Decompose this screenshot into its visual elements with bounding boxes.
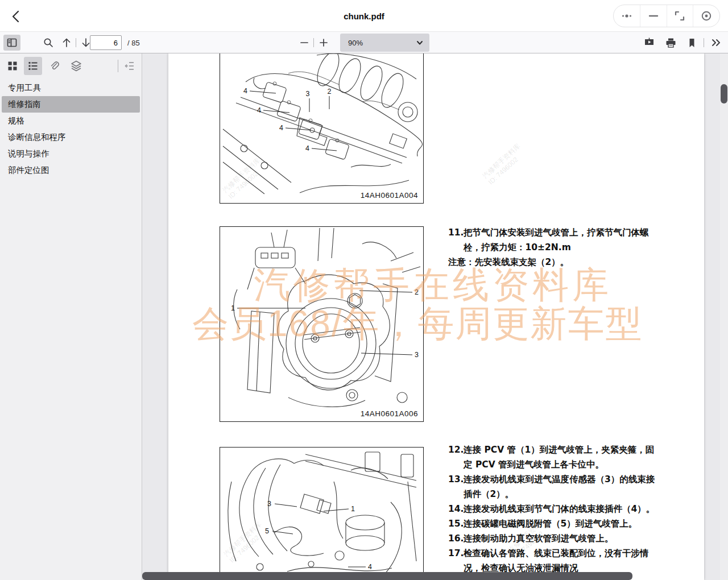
- find-button[interactable]: [40, 35, 57, 51]
- sidebar-toggle-icon: [6, 37, 18, 48]
- thumbnails-icon: [7, 60, 18, 72]
- zoom-level-value: 90%: [348, 39, 416, 47]
- layers-view-button[interactable]: [67, 57, 85, 75]
- minimize-icon: [647, 10, 660, 22]
- figure-code: 14AH0601A006: [361, 409, 418, 418]
- printer-icon: [665, 37, 677, 49]
- more-options-button[interactable]: [614, 5, 640, 27]
- toolbar-separator: [76, 38, 76, 47]
- bookmark-button[interactable]: [683, 35, 700, 51]
- thumbnails-view-button[interactable]: [3, 57, 22, 75]
- step-text: 把节气门体安装到进气歧管上，拧紧节气门体螺栓，拧紧力矩：10±2N.m: [464, 227, 649, 252]
- current-outline-item-icon: [124, 60, 135, 72]
- step-number: 13.: [448, 472, 464, 487]
- figure-intake-manifold: 3 5 1 4: [220, 447, 424, 580]
- search-icon: [43, 37, 54, 48]
- sidebar-item-component-location[interactable]: 部件定位图: [2, 162, 140, 179]
- zoom-in-button[interactable]: [315, 35, 332, 51]
- toggle-sidebar-button[interactable]: [3, 35, 20, 51]
- pdf-toolbar: / 85 90%: [0, 32, 728, 53]
- step-number: 14.: [448, 502, 464, 516]
- sidebar-item-specifications[interactable]: 规格: [2, 113, 140, 129]
- callout-4: 4: [305, 144, 309, 152]
- step-text: 连接发动机线束到进气温度传感器（3）的线束接插件（2）。: [464, 474, 655, 499]
- callout-3: 3: [267, 500, 271, 508]
- page-number-input[interactable]: [90, 35, 122, 50]
- callout-4: 4: [257, 106, 261, 114]
- figure-throttle-body: 1 2 3 14AH0601A006: [220, 226, 424, 422]
- maximize-button[interactable]: [667, 5, 694, 27]
- callout-5: 5: [265, 527, 269, 535]
- arrow-up-icon: [61, 37, 72, 48]
- note-label: 注意：: [448, 257, 475, 267]
- sidebar-item-repair-guide[interactable]: 维修指南: [2, 96, 140, 113]
- pdf-viewer-area[interactable]: 4 4 4 4 3 2 14AH0601A004: [142, 53, 728, 580]
- step-number: 17.: [448, 546, 464, 561]
- more-tools-button[interactable]: [708, 35, 725, 51]
- note-line: 注意：先安装线束支架（2）。: [448, 255, 660, 270]
- sidebar-item-diagnostic-info[interactable]: 诊断信息和程序: [2, 129, 140, 146]
- step-text: 检查确认各管路、线束已装配到位，没有干涉情况，检查确认无油液泄漏情况: [464, 548, 649, 573]
- instruction-steps-12-17: 12.连接 PCV 管（1）到进气歧管上，夹紧夹箍，固定 PCV 管到进气歧管上…: [448, 442, 660, 575]
- callout-1: 1: [231, 304, 235, 312]
- step-text: 连接碳罐电磁阀脱附管（5）到进气歧管上。: [464, 519, 637, 529]
- callout-2: 2: [415, 288, 419, 296]
- figure-code: 14AH0601A004: [361, 191, 418, 200]
- browser-titlebar: chunk.pdf: [0, 0, 728, 32]
- callout-4: 4: [279, 124, 283, 132]
- zoom-out-button[interactable]: [296, 35, 313, 51]
- step-number: 11.: [448, 225, 464, 240]
- callout-2: 2: [328, 88, 332, 96]
- outline-view-button[interactable]: [24, 57, 42, 75]
- close-record-icon: [700, 10, 713, 22]
- print-button[interactable]: [662, 35, 679, 51]
- step-text: 连接制动助力真空软管到进气歧管上。: [464, 533, 614, 544]
- previous-page-button[interactable]: [58, 35, 75, 51]
- attachments-icon: [49, 60, 60, 72]
- close-button[interactable]: [693, 5, 719, 27]
- presentation-mode-icon: [643, 37, 655, 49]
- page-count-label: / 85: [127, 32, 140, 53]
- callout-3: 3: [306, 90, 310, 98]
- callout-4: 4: [243, 87, 247, 95]
- double-chevron-icon: [710, 36, 722, 49]
- toolbar-separator: [313, 38, 314, 47]
- layers-icon: [70, 60, 82, 72]
- window-controls: [613, 5, 720, 27]
- step-text: 连接发动机线束到节气门体的线束接插件（4）。: [464, 504, 655, 514]
- minimize-button[interactable]: [640, 5, 667, 27]
- step-number: 16.: [448, 531, 464, 546]
- step-text: 连接 PCV 管（1）到进气歧管上，夹紧夹箍，固定 PCV 管到进气歧管上各卡位…: [464, 445, 654, 470]
- vertical-scrollbar-track[interactable]: [720, 53, 728, 580]
- sidebar-item-special-tools[interactable]: 专用工具: [2, 80, 140, 96]
- zoom-level-select[interactable]: 90%: [340, 34, 429, 52]
- document-outline: 专用工具 维修指南 规格 诊断信息和程序 说明与操作 部件定位图: [0, 80, 142, 179]
- callout-3: 3: [415, 351, 419, 359]
- callout-1: 1: [351, 505, 355, 513]
- vertical-scrollbar[interactable]: [721, 84, 727, 103]
- toolbar-separator: [704, 38, 704, 47]
- step-number: 12.: [448, 442, 464, 457]
- sidebar-separator: [118, 60, 118, 72]
- outline-icon: [27, 60, 39, 72]
- sidebar: 专用工具 维修指南 规格 诊断信息和程序 说明与操作 部件定位图: [0, 53, 142, 580]
- pdf-page: 4 4 4 4 3 2 14AH0601A004: [168, 53, 704, 580]
- chevron-down-icon: [416, 39, 424, 47]
- sidebar-view-switcher: [0, 53, 142, 78]
- sidebar-item-description-operation[interactable]: 说明与操作: [2, 146, 140, 162]
- horizontal-scrollbar[interactable]: [142, 572, 632, 580]
- figure-ignition-coils: 4 4 4 4 3 2 14AH0601A004: [220, 53, 424, 204]
- maximize-icon: [673, 10, 686, 22]
- note-text: 先安装线束支架（2）。: [475, 257, 569, 267]
- plus-icon: [318, 37, 329, 48]
- instruction-step-11: 11. 把节气门体安装到进气歧管上，拧紧节气门体螺栓，拧紧力矩：10±2N.m …: [448, 225, 660, 270]
- bookmark-icon: [686, 37, 698, 49]
- more-options-icon: [621, 10, 633, 22]
- attachments-view-button[interactable]: [46, 57, 64, 75]
- id-stamp: 汽修帮手资料库ID: 7496002: [481, 142, 528, 187]
- current-outline-item-button[interactable]: [121, 57, 139, 75]
- presentation-mode-button[interactable]: [640, 35, 657, 51]
- step-number: 15.: [448, 516, 464, 531]
- minus-icon: [299, 37, 310, 48]
- callout-4: 4: [368, 563, 372, 571]
